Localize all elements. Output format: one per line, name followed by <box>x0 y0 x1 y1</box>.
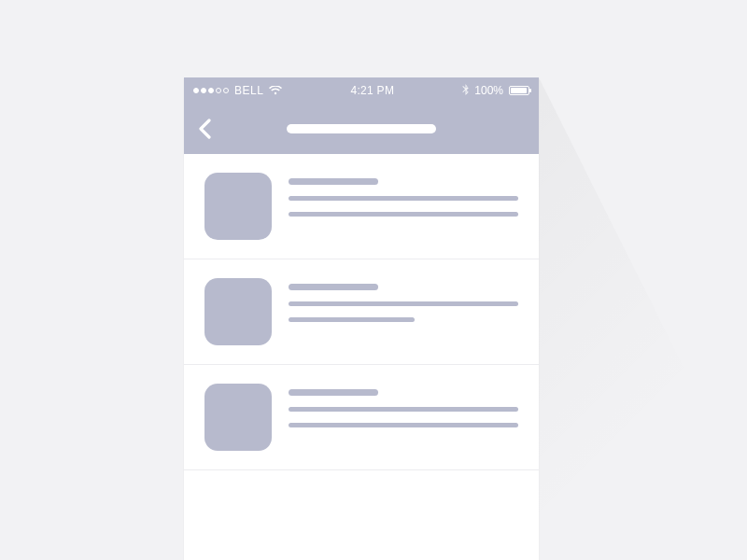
title-placeholder <box>289 284 378 290</box>
back-button[interactable] <box>184 108 225 149</box>
nav-bar <box>184 104 539 154</box>
list <box>184 154 539 470</box>
battery-percent-label: 100% <box>474 84 503 97</box>
decorative-shadow <box>539 77 747 560</box>
battery-icon <box>509 86 529 95</box>
thumbnail-placeholder <box>204 173 272 240</box>
list-item[interactable] <box>184 154 539 259</box>
phone-frame: BELL 4:21 PM 100% <box>184 77 539 560</box>
wifi-icon <box>269 86 282 95</box>
bluetooth-icon <box>462 84 469 98</box>
line-placeholder <box>289 196 518 201</box>
status-right: 100% <box>462 84 529 98</box>
list-item[interactable] <box>184 365 539 470</box>
title-placeholder <box>289 178 378 185</box>
status-left: BELL <box>193 84 282 97</box>
list-item-text <box>289 173 518 240</box>
status-bar: BELL 4:21 PM 100% <box>184 77 539 104</box>
title-placeholder <box>289 389 378 396</box>
nav-title-placeholder <box>287 124 436 133</box>
line-placeholder <box>289 212 518 217</box>
clock-label: 4:21 PM <box>350 84 394 97</box>
signal-strength-icon <box>193 88 229 93</box>
list-item-text <box>289 278 518 345</box>
line-placeholder <box>289 407 518 412</box>
thumbnail-placeholder <box>204 384 272 451</box>
line-placeholder <box>289 317 415 322</box>
thumbnail-placeholder <box>204 278 272 345</box>
line-placeholder <box>289 423 518 427</box>
chevron-left-icon <box>198 119 211 139</box>
carrier-label: BELL <box>234 84 263 97</box>
line-placeholder <box>289 301 518 306</box>
list-item-text <box>289 384 518 451</box>
list-item[interactable] <box>184 259 539 365</box>
